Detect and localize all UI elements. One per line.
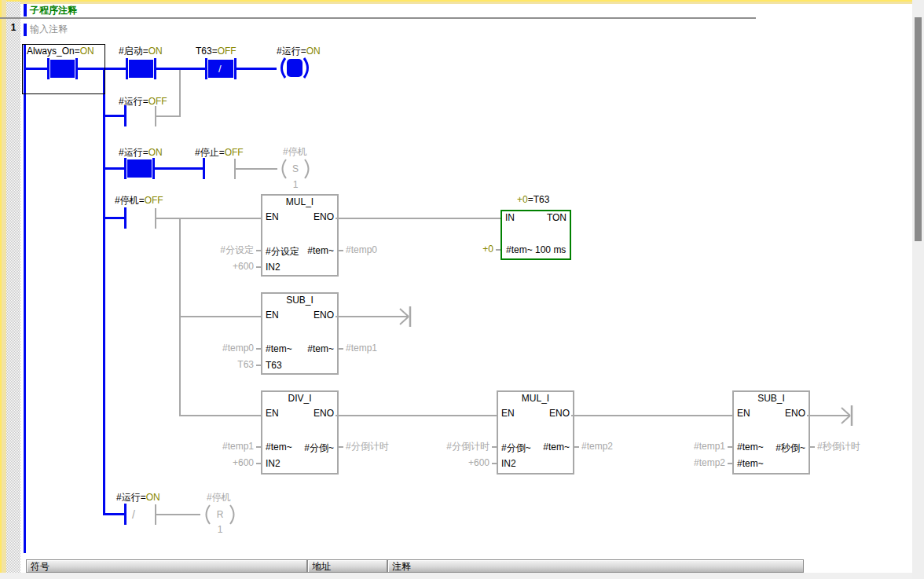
operand-in1: #分倒计时: [446, 442, 490, 452]
title-marker: [24, 4, 27, 16]
wire: [181, 415, 261, 416]
operand-in1: #temp1: [222, 442, 254, 452]
selection-cursor[interactable]: [22, 44, 105, 94]
wire: [807, 415, 836, 416]
timer-current-label: +0=T63: [517, 195, 549, 205]
wire: [104, 167, 124, 170]
coil-run[interactable]: [277, 57, 313, 79]
operand-out: #分倒计时: [346, 442, 389, 452]
box-sub1[interactable]: SUB_I EN ENO #tem~ #tem~ T63 #temp0 #tem…: [261, 292, 339, 375]
wire: [336, 415, 497, 416]
wire: [156, 218, 261, 219]
left-power-rail: [24, 44, 26, 553]
coil-run-label: #运行=ON: [277, 46, 321, 57]
vertical-scrollbar-thumb[interactable]: [915, 17, 922, 241]
contact-start-label: #启动=ON: [119, 46, 163, 57]
operand-in2: T63: [237, 360, 254, 370]
wire: [155, 167, 203, 170]
wire: [104, 217, 124, 219]
operand-out: #temp1: [346, 343, 377, 354]
operand-in1: #分设定: [220, 245, 254, 255]
box-div1[interactable]: DIV_I EN ENO #tem~ #分倒~ IN2 #temp1 #分倒计时…: [261, 390, 339, 475]
branch-open-arrow: [836, 405, 856, 427]
coil-reset[interactable]: R: [200, 504, 240, 525]
wire: [571, 415, 732, 416]
box-mul1[interactable]: MUL_I EN ENO #分设定 #tem~ IN2 #分设定 #temp0 …: [261, 194, 339, 277]
wire: [179, 70, 181, 117]
contact-run-reset-label: #运行=ON: [116, 493, 160, 503]
operand-out: #秒倒计时: [817, 442, 860, 452]
table-header-symbol[interactable]: 符号: [26, 559, 307, 573]
table-header-comment[interactable]: 注释: [387, 559, 804, 573]
network-margin: [6, 2, 20, 573]
title-separator: [0, 17, 756, 19]
network-comment[interactable]: 输入注释: [30, 24, 68, 35]
table-body-strip: [0, 573, 924, 579]
coil-set-label: #停机: [283, 147, 307, 157]
network-number: 1: [6, 23, 20, 33]
operand-in2: +600: [233, 458, 254, 468]
contact-run-on-label: #运行=ON: [119, 148, 163, 158]
table-header-address[interactable]: 地址: [307, 559, 387, 573]
coil-parens: [277, 57, 313, 79]
wire: [104, 513, 124, 515]
coil-set-operand: 1: [277, 180, 314, 190]
operand-in2: +600: [468, 458, 490, 468]
branch-junction-rail: [103, 68, 105, 515]
network-comment-marker: [24, 24, 27, 36]
wire: [236, 168, 277, 170]
coil-reset-operand: 1: [200, 525, 240, 535]
wire: [336, 316, 394, 317]
operand-pt: +0: [482, 244, 493, 255]
wire: [181, 316, 261, 317]
wire: [156, 68, 205, 70]
wire: [104, 115, 124, 117]
box-ton[interactable]: IN TON #tem~ 100 ms +0: [500, 210, 571, 260]
contact-t63-label: T63=OFF: [196, 46, 236, 57]
operand-in2: +600: [233, 262, 254, 272]
coil-reset-label: #停机: [207, 493, 231, 503]
branch-open-arrow: [394, 306, 415, 328]
operand-in1: #temp1: [694, 442, 725, 452]
operand-in2: #temp2: [694, 458, 725, 468]
wire: [156, 514, 200, 515]
window-edge-top-inner: [0, 2, 912, 4]
contact-stop-label: #停止=OFF: [195, 148, 244, 158]
wire: [336, 218, 500, 219]
wire: [236, 68, 277, 70]
box-mul2[interactable]: MUL_I EN ENO #分倒~ #tem~ IN2 #分倒计时 #temp2…: [497, 390, 574, 475]
operand-in1: #temp0: [222, 343, 254, 354]
operand-out: #temp2: [581, 442, 613, 452]
wire: [156, 115, 181, 117]
operand-out: #temp0: [346, 245, 377, 255]
contact-shutdown-label: #停机=OFF: [115, 196, 163, 206]
box-sub2[interactable]: SUB_I EN ENO #tem~ #秒倒~ #tem~ #temp1 #秒倒…: [732, 390, 810, 475]
subroutine-comment-title[interactable]: 子程序注释: [30, 5, 77, 16]
ladder-editor: 子程序注释 1 输入注释 Always_On=ON #启动=ON T63=OFF…: [0, 0, 924, 579]
wire: [105, 68, 126, 70]
coil-set[interactable]: S: [277, 159, 314, 179]
